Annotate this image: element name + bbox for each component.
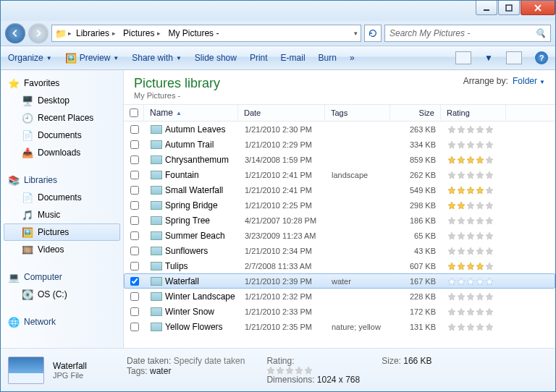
- col-checkbox[interactable]: [124, 105, 144, 121]
- sidebar-item[interactable]: 🎞️Videos: [4, 241, 120, 258]
- share-menu[interactable]: Share with ▼: [132, 53, 182, 63]
- sidebar-item[interactable]: 💽OS (C:): [4, 286, 120, 303]
- titlebar: [1, 1, 555, 21]
- library-header: Pictures library My Pictures - Arrange b…: [124, 70, 555, 104]
- sidebar-head[interactable]: 📚Libraries: [4, 171, 120, 189]
- file-row[interactable]: Waterfall1/21/2010 2:39 PMwater167 KB: [124, 273, 555, 289]
- breadcrumb[interactable]: 📁▸ Libraries▸ Pictures▸ My Pictures - ▾: [51, 25, 361, 42]
- sidebar-head[interactable]: 🌐Network: [4, 313, 120, 331]
- row-checkbox[interactable]: [130, 186, 139, 195]
- row-checkbox[interactable]: [130, 292, 139, 301]
- help-button[interactable]: ?: [535, 51, 548, 64]
- row-checkbox[interactable]: [130, 262, 139, 270]
- image-file-icon: [151, 307, 162, 316]
- file-row[interactable]: Small Waterfall1/21/2010 2:41 PM549 KB: [124, 182, 555, 197]
- file-row[interactable]: Tulips2/7/2008 11:33 AM607 KB: [124, 258, 555, 273]
- preview-icon: 🖼️: [65, 52, 77, 64]
- sidebar-item[interactable]: 🖼️Pictures: [4, 223, 120, 241]
- explorer-window: 📁▸ Libraries▸ Pictures▸ My Pictures - ▾ …: [0, 0, 556, 392]
- row-checkbox[interactable]: [130, 216, 139, 225]
- image-file-icon: [151, 216, 162, 225]
- file-row[interactable]: Fountain1/21/2010 2:41 PMlandscape262 KB: [124, 167, 555, 182]
- maximize-button[interactable]: [498, 1, 520, 15]
- file-row[interactable]: Summer Beach3/23/2009 11:23 AM65 KB: [124, 228, 555, 243]
- sidebar-head[interactable]: 💻Computer: [4, 268, 120, 286]
- main-pane: Pictures library My Pictures - Arrange b…: [124, 70, 555, 348]
- row-checkbox[interactable]: [130, 171, 139, 179]
- col-rating[interactable]: Rating: [441, 105, 506, 121]
- folder-icon: 📁: [55, 27, 67, 39]
- details-filetype: JPG File: [53, 371, 118, 380]
- preview-menu[interactable]: 🖼️Preview ▼: [65, 52, 119, 64]
- sidebar-head[interactable]: ⭐Favorites: [4, 74, 120, 92]
- sidebar-item[interactable]: 🎵Music: [4, 206, 120, 223]
- print-button[interactable]: Print: [250, 53, 268, 63]
- row-checkbox[interactable]: [130, 323, 139, 331]
- arrange-by[interactable]: Arrange by: Folder ▼: [463, 76, 545, 86]
- col-tags[interactable]: Tags: [325, 105, 390, 121]
- date-taken-value[interactable]: Specify date taken: [174, 356, 245, 366]
- image-file-icon: [151, 201, 162, 210]
- tags-value[interactable]: water: [150, 366, 171, 376]
- image-file-icon: [151, 247, 162, 255]
- back-button[interactable]: [5, 23, 25, 43]
- row-checkbox[interactable]: [130, 155, 139, 164]
- col-size[interactable]: Size: [390, 105, 441, 121]
- sidebar-item[interactable]: 📥Downloads: [4, 144, 120, 161]
- image-file-icon: [151, 171, 162, 179]
- forward-button[interactable]: [28, 23, 49, 43]
- overflow-button[interactable]: »: [350, 53, 355, 63]
- close-button[interactable]: [521, 1, 555, 15]
- search-input[interactable]: Search My Pictures - 🔍: [384, 25, 551, 42]
- email-button[interactable]: E-mail: [281, 53, 306, 63]
- sidebar-item[interactable]: 📄Documents: [4, 189, 120, 206]
- search-icon: 🔍: [535, 28, 546, 38]
- details-thumbnail: [8, 357, 44, 384]
- navigation-pane: ⭐Favorites🖥️Desktop🕘Recent Places📄Docume…: [1, 70, 124, 348]
- dimensions-value: 1024 x 768: [317, 375, 360, 385]
- row-checkbox[interactable]: [130, 247, 139, 255]
- bc-pictures[interactable]: Pictures▸: [120, 25, 164, 41]
- col-name[interactable]: Name▲: [144, 105, 238, 121]
- column-headers: Name▲ Date Tags Size Rating: [124, 104, 555, 122]
- slideshow-button[interactable]: Slide show: [195, 53, 237, 63]
- details-rating[interactable]: [266, 366, 360, 375]
- file-row[interactable]: Winter Snow1/21/2010 2:33 PM172 KB: [124, 304, 555, 319]
- sidebar-item[interactable]: 📄Documents: [4, 127, 120, 144]
- svg-rect-1: [506, 5, 512, 11]
- file-row[interactable]: Sunflowers1/21/2010 2:34 PM43 KB: [124, 243, 555, 258]
- row-checkbox[interactable]: [130, 125, 139, 134]
- file-row[interactable]: Yellow Flowers1/21/2010 2:35 PMnature; y…: [124, 319, 555, 334]
- organize-menu[interactable]: Organize ▼: [8, 53, 52, 63]
- file-row[interactable]: Chrysanthemum3/14/2008 1:59 PM859 KB: [124, 152, 555, 167]
- row-checkbox[interactable]: [130, 277, 139, 286]
- file-row[interactable]: Spring Bridge1/21/2010 2:25 PM298 KB: [124, 197, 555, 213]
- refresh-button[interactable]: [364, 25, 382, 42]
- image-file-icon: [151, 277, 162, 286]
- sidebar-item[interactable]: 🕘Recent Places: [4, 109, 120, 127]
- file-row[interactable]: Autumn Trail1/21/2010 2:29 PM334 KB: [124, 137, 555, 152]
- view-options-button[interactable]: [455, 51, 471, 64]
- row-checkbox[interactable]: [130, 307, 139, 316]
- preview-pane-button[interactable]: [506, 51, 522, 64]
- file-row[interactable]: Autumn Leaves1/21/2010 2:30 PM263 KB: [124, 122, 555, 137]
- toolbar: Organize ▼ 🖼️Preview ▼ Share with ▼ Slid…: [1, 46, 555, 70]
- image-file-icon: [151, 262, 162, 270]
- view-dropdown[interactable]: ▼: [484, 53, 493, 63]
- row-checkbox[interactable]: [130, 140, 139, 149]
- chevron-down-icon[interactable]: ▾: [354, 30, 358, 37]
- bc-libraries[interactable]: Libraries▸: [73, 25, 119, 41]
- image-file-icon: [151, 231, 162, 240]
- file-row[interactable]: Winter Landscape1/21/2010 2:32 PM228 KB: [124, 289, 555, 304]
- address-row: 📁▸ Libraries▸ Pictures▸ My Pictures - ▾ …: [1, 21, 555, 46]
- sidebar-item[interactable]: 🖥️Desktop: [4, 92, 120, 109]
- col-date[interactable]: Date: [238, 105, 325, 121]
- burn-button[interactable]: Burn: [319, 53, 337, 63]
- file-row[interactable]: Spring Tree4/21/2007 10:28 PM186 KB: [124, 213, 555, 228]
- details-filename: Waterfall: [53, 361, 118, 371]
- row-checkbox[interactable]: [130, 231, 139, 240]
- row-checkbox[interactable]: [130, 201, 139, 210]
- minimize-button[interactable]: [476, 1, 497, 15]
- bc-mypictures[interactable]: My Pictures -: [165, 25, 222, 41]
- size-value: 166 KB: [403, 356, 431, 366]
